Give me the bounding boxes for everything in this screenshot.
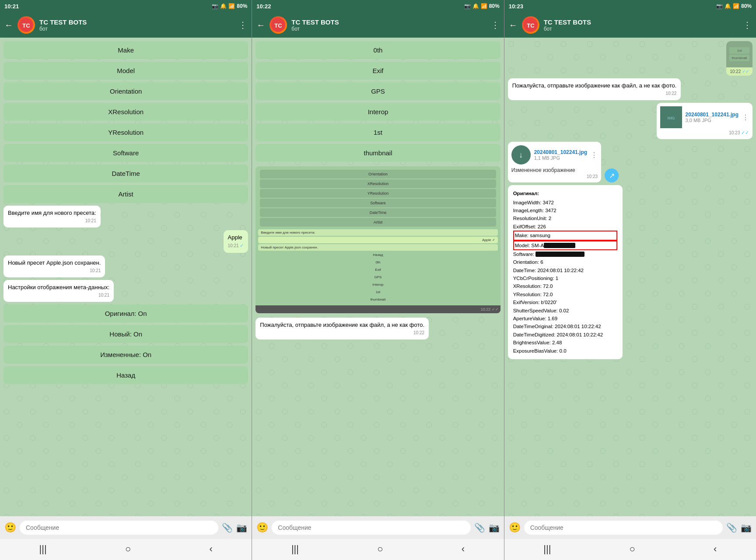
camera-btn-1[interactable]: 📷	[236, 522, 247, 533]
screen-2: 10:22 📷 🔔 📶 80% ← TC TC TEST BOTS бот ⋮ …	[252, 0, 504, 560]
menu-btn-xresolution[interactable]: XResolution	[4, 103, 248, 121]
menu-btn-gps[interactable]: GPS	[256, 82, 500, 100]
nav-menu-3[interactable]: |||	[543, 543, 551, 555]
file-name-original: 20240801_102241.jpg	[686, 112, 738, 118]
svg-text:IMG: IMG	[667, 116, 675, 120]
avatar-2: TC	[270, 16, 287, 34]
menu-btn-orientation[interactable]: Orientation	[4, 82, 248, 100]
status-icons-3: 📷 🔔 📶 80%	[716, 3, 752, 9]
chat-header-3: ← TC TC TEST BOTS бот ⋮	[504, 12, 756, 38]
header-sub-1: бот	[39, 26, 234, 32]
message-input-3[interactable]	[524, 521, 723, 535]
nav-bar-3: ||| ○ ‹	[504, 539, 756, 560]
time-2: 10:22	[256, 3, 271, 10]
header-title-3: TC TEST BOTS	[544, 18, 738, 26]
chat-area-3: 1st thumbnail 10:22 ✓✓ Пожалуйста, отпра…	[504, 38, 756, 516]
msg-send-file-request-3: Пожалуйста, отправьте изображение как фа…	[508, 78, 681, 100]
file-info-original: 20240801_102241.jpg 3,0 MB JPG	[686, 112, 738, 123]
menu-btn-software[interactable]: Software	[4, 144, 248, 162]
nav-back-1[interactable]: ‹	[209, 543, 212, 555]
screen-1: 10:21 📷 🔔 📶 80% ← TC TC TEST BOTS бот ⋮ …	[0, 0, 252, 560]
attach-btn-2[interactable]: 📎	[474, 522, 485, 533]
avatar-3: TC	[522, 16, 539, 34]
file-name-modified: 20240801_102241.jpg	[534, 149, 587, 155]
toggle-changed[interactable]: Измененные: On	[4, 346, 248, 364]
toggle-new[interactable]: Новый: On	[4, 325, 248, 343]
attach-btn-3[interactable]: 📎	[726, 522, 737, 533]
highlight-model: Model: SM-Axx	[513, 241, 617, 250]
menu-dots-3[interactable]: ⋮	[743, 20, 752, 30]
msg-send-file-request-2: Пожалуйста, отправьте изображение как фа…	[256, 318, 429, 340]
menu-btn-yresolution[interactable]: YResolution	[4, 123, 248, 141]
message-input-2[interactable]	[272, 521, 470, 535]
menu-btn-make[interactable]: Make	[4, 41, 248, 59]
nav-menu-2[interactable]: |||	[291, 543, 299, 555]
nav-bar-2: ||| ○ ‹	[252, 539, 504, 560]
back-button-3[interactable]: ←	[509, 20, 518, 30]
header-info-1: TC TEST BOTS бот	[39, 18, 234, 32]
input-bar-2: 🙂 📎 📷	[252, 516, 504, 539]
message-input-1[interactable]	[20, 521, 218, 535]
highlight-make: Make: samsung	[513, 231, 617, 240]
screen-3: 10:23 📷 🔔 📶 80% ← TC TC TEST BOTS бот ⋮	[504, 0, 756, 560]
input-bar-1: 🙂 📎 📷	[0, 516, 252, 539]
btn-back-1[interactable]: Назад	[4, 366, 248, 384]
download-circle[interactable]: ↓	[511, 145, 531, 164]
file-size-modified: 1,1 MB JPG	[534, 155, 587, 161]
avatar-1: TC	[18, 16, 35, 34]
msg-preset-saved: Новый пресет Apple.json сохранен. 10:21	[4, 256, 105, 277]
file-modified-row: ↓ 20240801_102241.jpg 1,1 MB JPG ⋮ Измен…	[508, 142, 619, 182]
file-dots-modified[interactable]: ⋮	[591, 151, 598, 159]
file-dots-original[interactable]: ⋮	[742, 113, 749, 122]
svg-text:TC: TC	[22, 22, 30, 29]
chat-header-1: ← TC TC TEST BOTS бот ⋮	[0, 12, 252, 38]
nav-back-2[interactable]: ‹	[462, 543, 465, 555]
info-header: Оригинал:	[513, 189, 617, 197]
status-bar-2: 10:22 📷 🔔 📶 80%	[252, 0, 504, 12]
menu-btn-artist[interactable]: Artist	[4, 185, 248, 203]
menu-btn-1st[interactable]: 1st	[256, 123, 500, 141]
header-info-3: TC TEST BOTS бот	[544, 18, 738, 32]
header-info-2: TC TEST BOTS бот	[291, 18, 486, 32]
top-thumbnail-msg: 1st thumbnail 10:22 ✓✓	[726, 41, 752, 76]
msg-time: 10:21	[8, 218, 96, 224]
menu-btn-thumbnail[interactable]: thumbnail	[256, 144, 500, 162]
menu-dots-1[interactable]: ⋮	[238, 20, 247, 30]
svg-text:TC: TC	[275, 22, 283, 29]
nav-home-2[interactable]: ○	[377, 543, 383, 555]
menu-btn-0th[interactable]: 0th	[256, 41, 500, 59]
nav-home-3[interactable]: ○	[630, 543, 635, 555]
screens-container: 10:21 📷 🔔 📶 80% ← TC TC TEST BOTS бот ⋮ …	[0, 0, 756, 560]
msg-apple-reply: Apple 10:21 ✓	[224, 230, 248, 253]
status-bar-3: 10:23 📷 🔔 📶 80%	[504, 0, 756, 12]
menu-btn-datetime[interactable]: DateTime	[4, 164, 248, 182]
menu-btn-model[interactable]: Model	[4, 62, 248, 80]
camera-btn-2[interactable]: 📷	[489, 522, 500, 533]
menu-btn-exif[interactable]: Exif	[256, 62, 500, 80]
emoji-btn-3[interactable]: 🙂	[509, 522, 521, 533]
msg-settings: Настройки отображения мета-данных: 10:21	[4, 280, 114, 302]
modified-label: Измененное изображение	[511, 167, 598, 173]
nav-home-1[interactable]: ○	[125, 543, 131, 555]
header-sub-3: бот	[544, 26, 738, 32]
back-button-1[interactable]: ←	[4, 20, 13, 30]
chat-area-1: Make Model Orientation XResolution YReso…	[0, 38, 252, 516]
attach-btn-1[interactable]: 📎	[222, 522, 233, 533]
msg-preset-prompt: Введите имя для нового пресета: 10:21	[4, 206, 101, 228]
input-bar-3: 🙂 📎 📷	[504, 516, 756, 539]
menu-btn-interop[interactable]: Interop	[256, 103, 500, 121]
toggle-original[interactable]: Оригинал: On	[4, 304, 248, 322]
nav-back-3[interactable]: ‹	[714, 543, 717, 555]
nav-menu-1[interactable]: |||	[39, 543, 47, 555]
emoji-btn-1[interactable]: 🙂	[4, 522, 16, 533]
chat-area-2: 0th Exif GPS Interop 1st thumbnail Orien…	[252, 38, 504, 516]
back-button-2[interactable]: ←	[256, 20, 265, 30]
emoji-btn-2[interactable]: 🙂	[256, 522, 268, 533]
header-sub-2: бот	[291, 26, 486, 32]
camera-btn-3[interactable]: 📷	[741, 522, 752, 533]
screenshot-preview: Orientation XResolution YResolution Soft…	[256, 166, 500, 313]
header-title-2: TC TEST BOTS	[291, 18, 486, 26]
status-icons-1: 📷 🔔 📶 80%	[212, 3, 247, 9]
share-button[interactable]: ↗	[605, 168, 619, 182]
menu-dots-2[interactable]: ⋮	[491, 20, 500, 30]
